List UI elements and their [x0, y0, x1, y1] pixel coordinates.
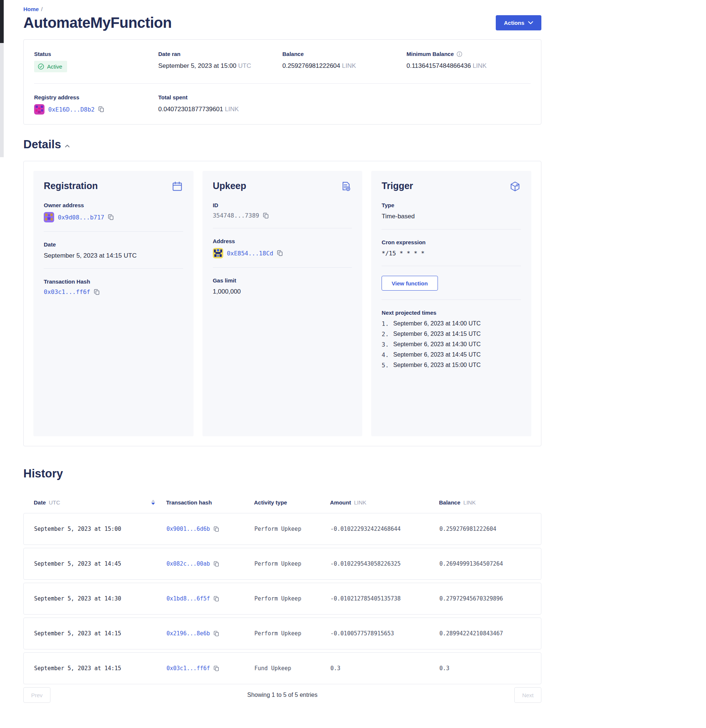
history-table: Date UTC Transaction hash Activity type … — [23, 496, 541, 703]
next-projected-times-label: Next projected times — [382, 309, 521, 316]
column-balance-suffix: LINK — [463, 499, 476, 506]
actions-button[interactable]: Actions — [496, 15, 541, 30]
upkeep-card-head: Upkeep — [213, 181, 352, 192]
summary-divider — [34, 84, 531, 84]
page-container: Home/ AutomateMyFunction Actions Status … — [23, 0, 541, 703]
trigger-card: Trigger Type Time-based Cron expression … — [371, 171, 531, 436]
row-hash-copy-button[interactable] — [214, 665, 220, 672]
breadcrumb-separator: / — [41, 6, 43, 12]
row-hash-link[interactable]: 0x082c...00ab — [166, 560, 210, 567]
row-hash-cell: 0x03c1...ff6f — [166, 665, 255, 672]
summary-row-2: Registry address 0xE16D...D8b2 Total spe… — [34, 94, 531, 114]
row-date: September 5, 2023 at 14:15 — [34, 665, 166, 672]
next-time-number: 1. — [382, 320, 389, 327]
table-row: September 5, 2023 at 14:15 0x03c1...ff6f… — [23, 652, 541, 684]
history-table-header: Date UTC Transaction hash Activity type … — [23, 496, 541, 508]
upkeep-address-label: Address — [213, 238, 352, 244]
summary-card: Status Active Date ran September 5, 2023… — [23, 39, 541, 124]
transaction-hash-link[interactable]: 0x03c1...ff6f — [44, 288, 90, 295]
transaction-hash-row: 0x03c1...ff6f — [44, 288, 183, 295]
trigger-title: Trigger — [382, 181, 413, 191]
table-row: September 5, 2023 at 15:00 0x9001...6d6b… — [23, 513, 541, 545]
row-date: September 5, 2023 at 15:00 — [34, 526, 166, 532]
next-time-number: 4. — [382, 351, 389, 358]
row-amount: -0.010212785405135738 — [330, 595, 440, 602]
info-icon[interactable] — [456, 51, 462, 57]
next-time-number: 3. — [382, 341, 389, 348]
upkeep-title: Upkeep — [213, 181, 246, 191]
view-function-button[interactable]: View function — [382, 276, 438, 290]
row-activity-type: Perform Upkeep — [255, 595, 330, 602]
min-balance-label: Minimum Balance — [407, 51, 531, 57]
details-collapse-toggle[interactable] — [65, 144, 70, 147]
row-hash-cell: 0x9001...6d6b — [166, 526, 255, 532]
min-balance-value: 0.11364157484866436 LINK — [407, 62, 531, 70]
balance-field: Balance 0.259276981222604 LINK — [282, 51, 407, 72]
row-amount: -0.010222932422468644 — [330, 526, 440, 532]
row-hash-link[interactable]: 0x1bd8...6f5f — [166, 595, 210, 602]
registry-identicon — [34, 104, 45, 114]
details-heading: Details — [23, 138, 61, 151]
row-activity-type: Perform Upkeep — [255, 630, 330, 637]
upkeep-address-copy-button[interactable] — [277, 250, 283, 257]
cron-expression-value: */15 * * * * — [382, 250, 521, 257]
row-activity-type: Perform Upkeep — [255, 526, 330, 532]
row-amount: -0.0100577578915653 — [330, 630, 440, 637]
min-balance-suffix: LINK — [473, 62, 487, 69]
status-badge-label: Active — [47, 64, 62, 70]
registry-address-row: 0xE16D...D8b2 — [34, 104, 158, 114]
row-hash-cell: 0x2196...8e6b — [166, 630, 255, 637]
registry-address-link[interactable]: 0xE16D...D8b2 — [48, 106, 94, 113]
total-spent-field: Total spent 0.04072301877739601 LINK — [158, 94, 282, 114]
owner-identicon — [44, 212, 54, 222]
breadcrumb-home-link[interactable]: Home — [23, 6, 39, 12]
transaction-hash-label: Transaction Hash — [44, 278, 183, 285]
sort-control[interactable] — [151, 500, 155, 505]
row-hash-copy-button[interactable] — [214, 526, 220, 532]
upkeep-id-copy-button[interactable] — [263, 212, 269, 219]
date-ran-field: Date ran September 5, 2023 at 15:00 UTC — [158, 51, 282, 72]
row-balance: 0.28994224210843467 — [440, 630, 541, 637]
summary-row-1: Status Active Date ran September 5, 2023… — [34, 51, 531, 72]
row-amount: 0.3 — [330, 665, 440, 672]
registry-copy-button[interactable] — [98, 106, 104, 113]
row-hash-link[interactable]: 0x2196...8e6b — [166, 630, 210, 637]
column-date: Date UTC — [34, 499, 166, 506]
owner-address-link[interactable]: 0x9d08...b717 — [58, 214, 104, 221]
trigger-type-field: Type Time-based — [382, 202, 521, 220]
row-amount: -0.010229543058226325 — [330, 560, 440, 567]
next-projected-time-item: 1. September 6, 2023 at 14:00 UTC — [382, 320, 521, 327]
next-button[interactable]: Next — [514, 687, 541, 703]
owner-copy-button[interactable] — [108, 214, 114, 221]
date-ran-value: September 5, 2023 at 15:00 UTC — [158, 62, 282, 70]
registry-field: Registry address 0xE16D...D8b2 — [34, 94, 158, 114]
row-hash-link[interactable]: 0x9001...6d6b — [166, 526, 210, 532]
trigger-divider-2 — [382, 266, 521, 266]
page-title: AutomateMyFunction — [23, 14, 172, 31]
next-time-number: 5. — [382, 362, 389, 369]
owner-address-field: Owner address 0x9d08...b717 — [44, 202, 183, 222]
total-spent-value: 0.04072301877739601 LINK — [158, 105, 282, 113]
upkeep-address-link[interactable]: 0xE854...18Cd — [227, 250, 273, 257]
column-date-suffix: UTC — [49, 499, 61, 506]
min-balance-field: Minimum Balance 0.11364157484866436 LINK — [407, 51, 531, 72]
next-time-value: September 6, 2023 at 15:00 UTC — [394, 362, 481, 369]
row-hash-copy-button[interactable] — [214, 596, 220, 602]
upkeep-card: Upkeep ID 354748...7389 Address — [203, 171, 363, 436]
total-spent-suffix: LINK — [225, 105, 239, 113]
left-edge-dark-segment — [0, 0, 4, 43]
row-date: September 5, 2023 at 14:15 — [34, 630, 166, 637]
prev-button[interactable]: Prev — [23, 687, 51, 703]
next-projected-times-field: Next projected times 1. September 6, 202… — [382, 309, 521, 369]
transaction-hash-copy-button[interactable] — [94, 289, 100, 295]
upkeep-id-field: ID 354748...7389 — [213, 202, 352, 219]
row-date: September 5, 2023 at 14:30 — [34, 595, 166, 602]
row-hash-link[interactable]: 0x03c1...ff6f — [166, 665, 210, 672]
history-heading: History — [23, 467, 63, 480]
transaction-hash-field: Transaction Hash 0x03c1...ff6f — [44, 278, 183, 295]
row-hash-copy-button[interactable] — [214, 561, 220, 567]
pagination: Prev Showing 1 to 5 of 5 entries Next — [23, 687, 541, 703]
status-label: Status — [34, 51, 158, 57]
next-projected-time-item: 5. September 6, 2023 at 15:00 UTC — [382, 362, 521, 369]
row-hash-copy-button[interactable] — [214, 631, 220, 637]
